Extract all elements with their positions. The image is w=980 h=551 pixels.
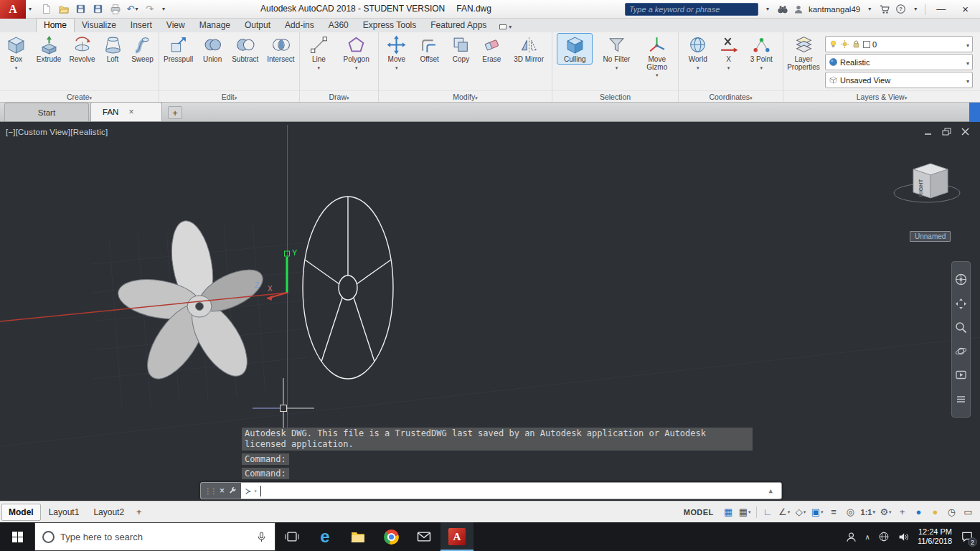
tool-polygon[interactable]: Polygon [338,34,375,72]
ribbon-tab-addins[interactable]: Add-ins [278,19,321,32]
qat-customize-caret-icon[interactable]: ▾ [159,6,168,12]
ribbon-collapse-icon[interactable]: ▾ [499,24,512,32]
new-file-button[interactable] [39,2,54,17]
ribbon-tab-output[interactable]: Output [237,19,278,32]
panel-layers-view-label[interactable]: Layers & View [783,90,980,102]
new-drawing-tab-button[interactable]: + [168,106,182,119]
zoom-icon[interactable] [955,321,967,334]
isometric-drafting-icon[interactable]: ◇▾ [793,504,809,519]
lineweight-icon[interactable]: ≡ [826,504,842,519]
tool-erase[interactable]: Erase [477,34,506,64]
tool-intersect[interactable]: Intersect [263,34,298,64]
tool-world-ucs[interactable]: World [683,34,713,72]
microphone-icon[interactable] [255,531,268,543]
volume-icon[interactable] [897,531,910,543]
panel-edit-label[interactable]: Edit [159,90,299,102]
tool-offset[interactable]: Offset [415,34,445,64]
new-layout-button[interactable]: + [131,507,148,517]
panel-create-label[interactable]: Create [0,90,159,102]
tool-line[interactable]: Line [303,34,334,72]
visual-style-caret-icon[interactable] [966,58,969,67]
pan-icon[interactable] [955,298,967,310]
action-center-button[interactable]: 2 [960,529,974,544]
search-binoculars-icon[interactable] [777,4,788,15]
save-button[interactable] [73,2,88,17]
tool-no-filter[interactable]: No Filter [598,34,636,72]
search-options-caret-icon[interactable]: ▾ [763,6,772,12]
infocenter-search-box[interactable] [625,3,758,16]
customization-icon[interactable]: + [895,504,910,519]
infocenter-search-input[interactable] [629,5,754,14]
file-tabs-edge-button[interactable] [969,103,980,122]
tool-revolve[interactable]: Revolve [66,34,99,64]
grip-dots-icon[interactable]: ⋮⋮ [204,487,216,495]
open-file-button[interactable] [56,2,71,17]
file-explorer-app-icon[interactable] [341,522,374,551]
orbit-icon[interactable] [955,345,967,357]
ribbon-tab-insert[interactable]: Insert [123,19,159,32]
ribbon-tab-a360[interactable]: A360 [321,19,356,32]
ribbon-tab-home[interactable]: Home [36,18,75,32]
file-tab-fan[interactable]: FAN × [90,102,162,121]
layer-on-bulb-icon[interactable] [829,39,838,49]
isolate-objects-icon[interactable]: ● [928,504,943,519]
tool-subtract[interactable]: Subtract [228,34,263,64]
ribbon-tab-visualize[interactable]: Visualize [75,19,123,32]
hidden-icons-caret-icon[interactable]: ∧ [865,533,870,541]
view-cube[interactable]: RIGHT [894,164,960,202]
polar-tracking-icon[interactable]: ∠▾ [777,504,792,519]
taskbar-search-input[interactable] [60,532,250,542]
ribbon-tab-express-tools[interactable]: Express Tools [356,19,423,32]
navbar-menu-icon[interactable] [955,393,967,405]
viewcube-face-label[interactable]: RIGHT [918,179,924,197]
panel-draw-label[interactable]: Draw [300,90,378,102]
help-caret-icon[interactable]: ▾ [911,6,920,12]
autocad-app-icon[interactable]: A [440,522,473,551]
visual-style-dropdown[interactable]: Realistic [825,54,973,70]
space-indicator[interactable]: MODEL [684,508,714,517]
customize-wrench-icon[interactable] [228,486,237,496]
mail-app-icon[interactable] [407,522,440,551]
hardware-acceleration-icon[interactable]: ● [911,504,926,519]
layer-dropdown[interactable]: 0 [825,36,973,52]
app-store-cart-icon[interactable] [879,4,890,15]
layer-freeze-sun-icon[interactable] [840,39,849,49]
people-icon[interactable] [845,531,857,543]
layout1-tab[interactable]: Layout1 [42,504,86,520]
window-close-button[interactable]: × [956,0,974,19]
account-caret-icon[interactable]: ▾ [865,6,874,12]
start-button[interactable] [0,522,34,551]
panel-coordinates-label[interactable]: Coordinates [679,90,783,102]
tool-union[interactable]: Union [197,34,227,64]
workspace-switching-icon[interactable]: ⚙▾ [878,504,893,519]
window-minimize-button[interactable]: — [930,0,951,19]
viewport-restore-button[interactable] [942,128,951,136]
tool-copy[interactable]: Copy [447,34,474,64]
annotation-monitor-icon[interactable]: ◷ [944,504,959,519]
grid-display-icon[interactable]: ▦ [721,504,736,519]
command-line-bar[interactable]: ⋮⋮ × ≻ ▾ ▲ [200,482,782,499]
ortho-mode-icon[interactable]: ∟ [760,504,776,519]
command-close-icon[interactable]: × [220,486,225,496]
fan-wireframe-2d[interactable] [303,197,393,379]
command-bar-grip[interactable]: ⋮⋮ × [201,483,241,499]
view-dropdown[interactable]: Unsaved View [825,72,973,88]
panel-modify-label[interactable]: Modify [379,90,552,102]
view-caret-icon[interactable] [966,76,969,85]
ribbon-tab-featured-apps[interactable]: Featured Apps [423,19,494,32]
help-icon[interactable] [895,4,906,14]
app-menu-caret-icon[interactable]: ▾ [26,6,34,12]
edge-app-icon[interactable]: e [308,522,341,551]
model-tab[interactable]: Model [1,504,41,521]
navigation-wheel-icon[interactable] [955,273,967,286]
tool-move[interactable]: Move [382,34,412,72]
undo-button[interactable]: ↶▾ [125,2,140,17]
tool-3d-mirror[interactable]: 3D Mirror [509,34,549,64]
tool-x-ucs[interactable]: X [717,34,740,72]
tool-extrude[interactable]: Extrude [32,34,65,64]
object-snap-icon[interactable]: ▣▾ [810,504,825,519]
command-history-up-icon[interactable]: ▲ [769,487,773,494]
show-motion-icon[interactable] [955,369,967,381]
file-tab-start[interactable]: Start [4,103,89,121]
taskbar-search-box[interactable] [34,522,275,551]
